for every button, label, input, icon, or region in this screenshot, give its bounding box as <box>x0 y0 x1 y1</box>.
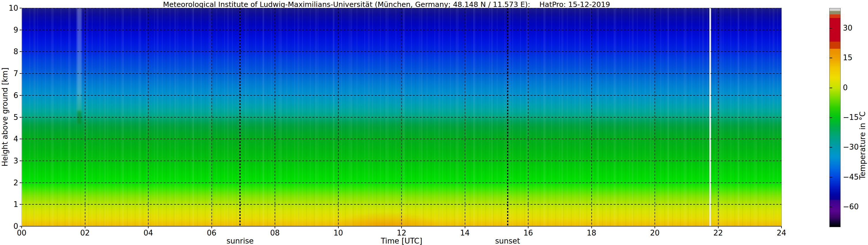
y-tick-mark <box>20 182 22 183</box>
y-tick-label: 9 <box>13 26 18 34</box>
y-tick-label: 10 <box>9 4 18 12</box>
y-tick-label: 3 <box>13 156 18 165</box>
colorbar-tick-mark <box>830 88 832 88</box>
x-tick-mark <box>781 226 782 228</box>
x-tick-label: 18 <box>587 229 596 237</box>
x-tick-label: 06 <box>207 229 216 237</box>
x-tick-label: 22 <box>713 229 723 237</box>
x-tick-label: 10 <box>334 229 343 237</box>
x-tick-mark <box>148 226 149 228</box>
colorbar-tick-label: −60 <box>843 202 859 211</box>
y-tick-mark <box>20 8 22 8</box>
x-tick-mark <box>21 226 22 228</box>
x-tick-label: 08 <box>270 229 280 237</box>
y-tick-label: 6 <box>13 91 18 100</box>
x-tick-mark <box>654 226 655 228</box>
x-tick-label: 00 <box>17 229 26 237</box>
colorbar-label: Temperature in °C <box>858 111 867 180</box>
x-tick-label: 16 <box>523 229 533 237</box>
x-tick-label: 20 <box>650 229 659 237</box>
event-label-sunrise: sunrise <box>226 237 254 245</box>
y-tick-mark <box>20 51 22 52</box>
event-lines <box>22 8 781 226</box>
y-tick-label: 8 <box>13 47 18 56</box>
x-tick-label: 02 <box>80 229 90 237</box>
y-tick-label: 2 <box>13 178 18 187</box>
y-tick-mark <box>20 204 22 205</box>
colorbar-tick-mark <box>830 177 832 178</box>
x-tick-mark <box>401 226 402 228</box>
colorbar-tick-mark <box>830 58 832 58</box>
y-tick-mark <box>20 161 22 161</box>
y-tick-mark <box>20 139 22 139</box>
y-tick-label: 1 <box>13 200 18 209</box>
y-tick-label: 5 <box>13 113 18 121</box>
colorbar <box>829 8 841 227</box>
x-tick-mark <box>212 226 212 228</box>
colorbar-tick-label: −15 <box>843 113 859 121</box>
heatmap-plot-area <box>22 8 781 226</box>
figure: Meteorological Institute of Ludwig-Maxim… <box>0 0 868 245</box>
x-tick-label: 24 <box>777 229 786 237</box>
colorbar-tick-mark <box>830 207 832 207</box>
y-tick-label: 7 <box>13 69 18 78</box>
colorbar-tick-label: −30 <box>843 143 859 151</box>
colorbar-tick-marks <box>830 8 840 227</box>
y-tick-mark <box>20 73 22 74</box>
colorbar-tick-mark <box>830 147 832 148</box>
colorbar-tick-mark <box>830 117 832 118</box>
colorbar-tick-mark <box>830 28 832 29</box>
chart-title: Meteorological Institute of Ludwig-Maxim… <box>163 0 610 9</box>
x-tick-mark <box>338 226 339 228</box>
x-tick-mark <box>275 226 275 228</box>
y-axis: 012345678910 <box>0 8 22 226</box>
x-tick-label: 14 <box>460 229 470 237</box>
event-label-sunset: sunset <box>495 237 520 245</box>
colorbar-tick-label: 15 <box>843 53 852 62</box>
event-line-sunset <box>507 8 508 226</box>
x-tick-mark <box>591 226 592 228</box>
x-tick-label: 12 <box>397 229 406 237</box>
x-axis: Time [UTC] 00020406081012141618202224sun… <box>22 226 781 245</box>
y-tick-mark <box>20 117 22 117</box>
y-tick-mark <box>20 30 22 30</box>
y-tick-label: 4 <box>13 135 18 143</box>
x-tick-mark <box>465 226 465 228</box>
x-tick-mark <box>85 226 85 228</box>
colorbar-tick-label: 0 <box>843 83 848 92</box>
colorbar-tick-label: 30 <box>843 24 852 32</box>
x-axis-label: Time [UTC] <box>381 237 422 245</box>
x-tick-mark <box>528 226 528 228</box>
x-tick-mark <box>718 226 719 228</box>
y-tick-mark <box>20 95 22 96</box>
x-tick-label: 04 <box>143 229 153 237</box>
event-line-sunrise <box>240 8 241 226</box>
colorbar-tick-label: −45 <box>843 173 859 181</box>
